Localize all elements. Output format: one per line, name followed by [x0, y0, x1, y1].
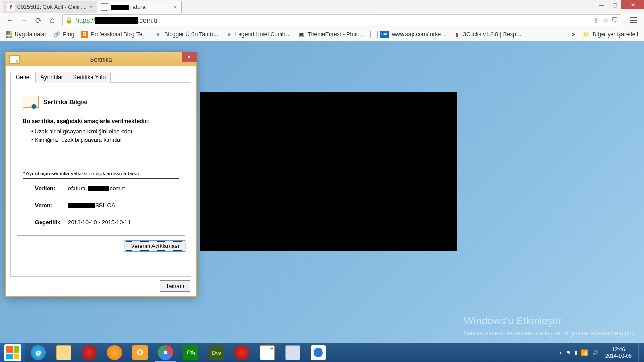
dialog-title: Sertifika: [90, 56, 112, 63]
menu-button[interactable]: [627, 14, 640, 26]
taskbar-calculator[interactable]: [280, 343, 305, 362]
taskbar-store[interactable]: 🛍: [178, 343, 204, 362]
site-icon: ▮: [453, 31, 461, 38]
taskbar-notepad[interactable]: [255, 343, 280, 362]
window-controls: — ▢ ✕: [595, 0, 644, 9]
taskbar-chrome[interactable]: [153, 343, 178, 362]
close-button[interactable]: ✕: [621, 0, 644, 9]
tray-overflow-icon[interactable]: ▴: [559, 350, 562, 356]
wifi-icon[interactable]: 📶: [581, 349, 588, 356]
bookmarks-bar: Uygulamalar 🔗Ping BProfessional Blog Te……: [0, 28, 644, 41]
tab-details[interactable]: Ayrıntılar: [35, 72, 68, 83]
issuer-label: Veren:: [35, 202, 68, 209]
close-icon[interactable]: ×: [89, 4, 93, 10]
address-bar[interactable]: 🔒 https://.com.tr ⛨ ☆ ⛉: [62, 14, 621, 26]
taskbar: O 🛍 Dw ▴ ⚑ ▮ 📶 🔊 12:46 2014-10-08: [0, 343, 644, 362]
maximize-button[interactable]: ▢: [608, 0, 621, 9]
shield-outline-icon[interactable]: ⛉: [611, 16, 618, 24]
purpose-heading: Bu sertifika, aşağıdaki amaçlarla verilm…: [23, 118, 179, 124]
purpose-item: Uzak bir bilgisayarın kimliğini elde ede…: [31, 127, 179, 136]
bookmark-themeforest[interactable]: ▣ThemeForest - Phot…: [295, 30, 366, 39]
star-icon[interactable]: ☆: [603, 16, 609, 24]
store-icon: 🛍: [183, 345, 198, 360]
tab-strip: f 0015582: Çok Acil - Gelir İd × Fatura …: [0, 0, 644, 13]
link-icon: 🔗: [53, 31, 60, 38]
themeforest-icon: ▣: [297, 31, 305, 38]
tab-general[interactable]: Genel: [10, 72, 36, 83]
bookmark-blog[interactable]: BProfessional Blog Te…: [78, 30, 150, 39]
issued-to-value: efatura.com.tr: [68, 185, 125, 192]
issuer-value: SSL CA: [68, 202, 115, 209]
watermark-title: Windows'u Etkinleştir: [464, 315, 635, 327]
reload-button[interactable]: ⟳: [32, 14, 44, 26]
dialog-body: Genel Ayrıntılar Sertifika Yolu Sertifik…: [6, 66, 196, 296]
taskbar-explorer[interactable]: [51, 343, 76, 362]
start-button[interactable]: [0, 343, 25, 362]
clock[interactable]: 12:46 2014-10-08: [603, 346, 635, 360]
taskbar-opera-2[interactable]: [229, 343, 255, 362]
browser-tab-2[interactable]: Fatura ×: [97, 1, 182, 13]
watermark-subtitle: Windows'u etkinleştirmek için kişisel bi…: [464, 329, 635, 337]
blogger-icon: B: [81, 31, 88, 38]
tab-title: 0015582: Çok Acil - Gelir İd: [17, 4, 86, 10]
dreamweaver-icon: Dw: [209, 345, 224, 360]
redacted-content: [200, 92, 457, 251]
taskbar-teamviewer[interactable]: [305, 343, 331, 362]
forward-button[interactable]: →: [18, 14, 30, 26]
opera-icon: [234, 345, 249, 360]
taskbar-apps: O 🛍 Dw: [0, 343, 331, 362]
dialog-titlebar[interactable]: Sertifika ✕: [6, 52, 196, 66]
certificate-info-title: Sertifika Bilgisi: [43, 99, 88, 106]
opera-icon: [82, 345, 97, 360]
taskbar-outlook[interactable]: O: [127, 343, 153, 362]
star-icon: ★: [155, 31, 162, 38]
time: 12:46: [605, 346, 632, 353]
ie-icon: [31, 345, 46, 360]
lock-icon: 🔒: [66, 17, 73, 24]
home-button[interactable]: ⌂: [46, 14, 58, 26]
ok-button[interactable]: Tamam: [160, 280, 190, 292]
url-text: https://.com.tr: [75, 16, 158, 24]
taskbar-opera[interactable]: [76, 343, 102, 362]
show-desktop-button[interactable]: [638, 343, 642, 362]
notepad-icon: [260, 345, 275, 360]
folder-icon: [56, 345, 71, 360]
taskbar-app-orange[interactable]: [102, 343, 127, 362]
activation-watermark: Windows'u Etkinleştir Windows'u etkinleş…: [464, 315, 635, 337]
validity-value: 2013-10-10 - 2015-10-11: [68, 219, 131, 226]
tab-cert-path[interactable]: Sertifika Yolu: [68, 72, 111, 83]
bookmark-ping[interactable]: 🔗Ping: [50, 30, 77, 39]
folder-icon: 📁: [583, 31, 590, 38]
apps-grid-icon: [6, 31, 12, 38]
apps-button[interactable]: Uygulamalar: [3, 30, 49, 39]
bookmarks-overflow[interactable]: »: [568, 31, 579, 38]
globe-icon: ●: [225, 31, 233, 38]
sun-icon: [107, 345, 122, 360]
browser-tab-1[interactable]: f 0015582: Çok Acil - Gelir İd ×: [3, 1, 97, 13]
certificate-dialog: Sertifika ✕ Genel Ayrıntılar Sertifika Y…: [5, 52, 197, 297]
document-icon: [370, 31, 378, 38]
issued-to-label: Verilen:: [35, 185, 68, 192]
purpose-item: Kimliğinizi uzak bilgisayara kanıtlar: [31, 136, 179, 144]
minimize-button[interactable]: —: [595, 0, 608, 9]
dialog-tabs: Genel Ayrıntılar Sertifika Yolu: [10, 71, 191, 83]
purpose-list: Uzak bir bilgisayarın kimliğini elde ede…: [23, 127, 179, 144]
battery-icon[interactable]: ▮: [574, 350, 577, 356]
other-bookmarks[interactable]: 📁Diğer yer işaretleri: [580, 30, 641, 39]
taskbar-dreamweaver[interactable]: Dw: [204, 343, 229, 362]
close-icon[interactable]: ×: [173, 4, 177, 10]
calculator-icon: [285, 345, 300, 360]
bookmark-sap[interactable]: SAPwww.sap.com/turke…: [367, 30, 449, 39]
bookmark-legend[interactable]: ●Legend Hotel Cumh…: [223, 30, 294, 39]
flag-icon[interactable]: ⚑: [566, 350, 570, 356]
issuer-statement-button[interactable]: Verenin Açıklaması: [125, 240, 185, 252]
bookmark-3clicks[interactable]: ▮3Clicks v1.2.0 | Resp…: [450, 30, 525, 39]
bookmark-blogger-urun[interactable]: ★Blogger Ürün Tanıtı…: [152, 30, 222, 39]
system-tray: ▴ ⚑ ▮ 📶 🔊 12:46 2014-10-08: [559, 343, 644, 362]
shield-icon[interactable]: ⛨: [593, 16, 600, 24]
certificate-fields: Verilen: efatura.com.tr Veren: SSL CA Ge…: [23, 185, 179, 226]
close-button[interactable]: ✕: [182, 52, 197, 62]
volume-icon[interactable]: 🔊: [592, 350, 599, 356]
back-button[interactable]: ←: [4, 14, 16, 26]
taskbar-ie[interactable]: [25, 343, 51, 362]
